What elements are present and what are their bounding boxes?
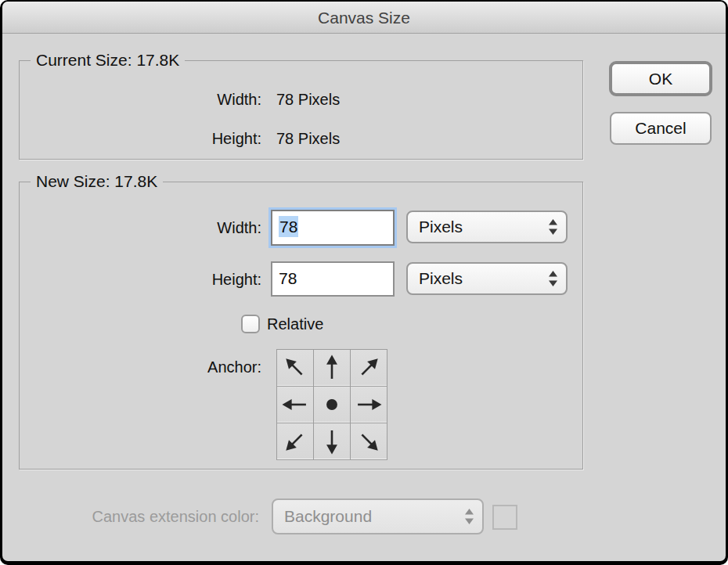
new-width-label: Width: (20, 218, 261, 238)
width-input[interactable]: 78 (271, 210, 395, 246)
current-size-group: Current Size: 17.8K Width: 78 Pixels Hei… (19, 60, 583, 160)
anchor-cell-center[interactable] (314, 387, 350, 423)
current-height-value: 78 Pixels (276, 129, 340, 149)
anchor-cell-se[interactable] (351, 423, 387, 459)
anchor-arrow-left-icon (279, 389, 311, 420)
new-size-legend: New Size: 17.8K (31, 171, 163, 192)
canvas-extension-color-select: Background (272, 498, 484, 534)
anchor-cell-e[interactable] (351, 387, 387, 423)
canvas-extension-color-label: Canvas extension color: (2, 507, 259, 527)
updown-chevron-icon (463, 508, 475, 525)
extension-color-swatch (492, 505, 517, 530)
anchor-grid (276, 349, 387, 460)
anchor-cell-sw[interactable] (277, 423, 313, 459)
height-unit-value: Pixels (419, 269, 463, 287)
width-unit-value: Pixels (419, 218, 463, 236)
anchor-cell-w[interactable] (277, 387, 313, 423)
ok-button[interactable]: OK (609, 61, 712, 96)
current-width-value: 78 Pixels (276, 90, 340, 110)
updown-chevron-icon (547, 218, 559, 236)
updown-chevron-icon (547, 270, 559, 287)
height-input-text: 78 (279, 269, 297, 287)
anchor-cell-n[interactable] (314, 350, 350, 386)
current-size-legend: Current Size: 17.8K (31, 50, 185, 70)
height-input[interactable]: 78 (271, 261, 395, 297)
anchor-arrow-right-icon (353, 389, 384, 420)
width-input-selected-text: 78 (279, 216, 298, 237)
window-title: Canvas Size (318, 9, 410, 27)
cancel-button[interactable]: Cancel (610, 112, 712, 145)
dialog-body: Canvas Size OK Cancel Current Size: 17.8… (2, 2, 726, 561)
current-height-label: Height: (20, 129, 261, 149)
title-bar[interactable]: Canvas Size (2, 2, 726, 34)
current-width-label: Width: (20, 90, 261, 110)
anchor-arrow-nw-icon (273, 346, 318, 390)
anchor-arrow-se-icon (347, 419, 391, 464)
canvas-extension-color-value: Background (284, 507, 372, 525)
new-size-group: New Size: 17.8K Width: 78 Pixels Height:… (19, 182, 583, 470)
relative-checkbox[interactable] (241, 315, 260, 333)
anchor-cell-ne[interactable] (351, 350, 387, 386)
anchor-arrow-up-icon (316, 352, 348, 383)
height-unit-select[interactable]: Pixels (406, 262, 568, 295)
relative-label: Relative (267, 315, 323, 334)
width-unit-select[interactable]: Pixels (406, 211, 568, 243)
anchor-arrow-down-icon (316, 426, 348, 457)
anchor-arrow-ne-icon (347, 346, 391, 390)
anchor-center-dot-icon (316, 389, 348, 420)
anchor-arrow-sw-icon (273, 419, 318, 464)
anchor-cell-s[interactable] (314, 423, 350, 459)
anchor-cell-nw[interactable] (277, 350, 313, 386)
new-height-label: Height: (20, 270, 261, 290)
anchor-label: Anchor: (20, 358, 261, 377)
canvas-size-dialog-window: Canvas Size OK Cancel Current Size: 17.8… (0, 0, 728, 565)
